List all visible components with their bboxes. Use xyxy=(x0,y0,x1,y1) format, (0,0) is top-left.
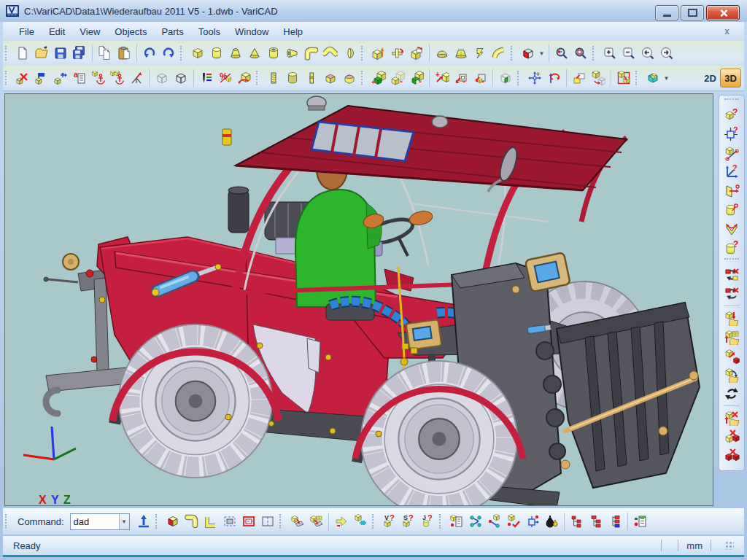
zoom-in-icon[interactable] xyxy=(600,44,619,63)
render-drop-icon[interactable] xyxy=(542,512,561,531)
menu-file[interactable]: File xyxy=(12,25,42,39)
chamfer-icon[interactable] xyxy=(321,69,340,88)
move-3d-icon[interactable]: + xyxy=(525,69,544,88)
command-combobox[interactable]: ▼ xyxy=(70,513,130,530)
anchor-solid-icon[interactable] xyxy=(89,69,108,88)
hollow-cone-icon[interactable] xyxy=(283,44,302,63)
toolbar-grip[interactable] xyxy=(361,71,367,85)
helix-icon[interactable] xyxy=(471,44,489,63)
save-icon[interactable] xyxy=(51,44,70,63)
move-to-model-icon[interactable] xyxy=(722,346,741,365)
move-solid-flag-icon[interactable] xyxy=(32,69,51,88)
snap-mode-icon[interactable] xyxy=(127,69,146,88)
replace-solids-icon[interactable] xyxy=(722,284,741,303)
insert-from-library-icon[interactable] xyxy=(722,308,741,327)
toolbar-grip[interactable] xyxy=(5,514,11,529)
menu-edit[interactable]: Edit xyxy=(42,25,72,39)
combo-dropdown-icon[interactable]: ▼ xyxy=(119,514,129,529)
paste-icon[interactable] xyxy=(115,44,133,63)
locate-point-icon[interactable]: ? xyxy=(722,163,741,182)
toolbar-grip[interactable] xyxy=(724,258,739,263)
view-section-icon[interactable] xyxy=(239,512,258,531)
menu-tools[interactable]: Tools xyxy=(191,25,228,39)
view-next-icon[interactable] xyxy=(657,44,676,63)
query-volume-icon[interactable]: V? xyxy=(380,512,399,531)
color-edit-icon[interactable] xyxy=(197,69,216,88)
remove-solid-icon[interactable]: - xyxy=(452,69,471,88)
rotate-profile-icon[interactable] xyxy=(407,44,426,63)
view-cube-icon[interactable] xyxy=(519,44,538,63)
maximize-button[interactable] xyxy=(681,5,704,20)
thread-icon[interactable] xyxy=(264,69,283,88)
zoom-window-icon[interactable] xyxy=(571,44,590,63)
structure-tree-icon[interactable] xyxy=(587,512,605,531)
paste-from-library-icon[interactable] xyxy=(722,327,741,346)
paste-solid-icon[interactable] xyxy=(614,69,633,88)
fillet-icon[interactable] xyxy=(340,69,359,88)
shell-tool-icon[interactable] xyxy=(643,69,662,88)
assembly-tree-icon[interactable] xyxy=(568,512,587,531)
project-grid-icon[interactable] xyxy=(306,512,325,531)
solid-info-icon[interactable]: ? xyxy=(722,238,741,257)
revolve-solid-icon[interactable] xyxy=(388,44,407,63)
document-close-icon[interactable]: x xyxy=(719,26,735,36)
remove-from-library-icon[interactable] xyxy=(722,408,741,427)
insert-solid-icon[interactable]: + xyxy=(433,69,452,88)
menu-objects[interactable]: Objects xyxy=(107,25,154,39)
boolean-subtract-icon[interactable]: - xyxy=(388,69,407,88)
open-file-icon[interactable] xyxy=(32,44,51,63)
export-view-icon[interactable] xyxy=(332,512,351,531)
copy-to-library-icon[interactable] xyxy=(722,365,741,384)
sweep-pipe-icon[interactable] xyxy=(489,44,508,63)
hierarchy-tree-icon[interactable] xyxy=(605,512,624,531)
zoom-previous-icon[interactable] xyxy=(552,44,571,63)
angle-measure-icon[interactable] xyxy=(722,219,741,238)
half-cylinder-icon[interactable] xyxy=(340,44,359,63)
view-side-icon[interactable] xyxy=(258,512,277,531)
menu-help[interactable]: Help xyxy=(276,25,310,39)
replace-solid-icon[interactable] xyxy=(722,265,741,284)
project-view-icon[interactable] xyxy=(287,512,306,531)
solids-list-icon[interactable] xyxy=(447,512,466,531)
shell-tool-dropdown[interactable]: ▼ xyxy=(662,69,670,88)
menu-window[interactable]: Window xyxy=(228,25,276,39)
move-solid-icon[interactable] xyxy=(51,69,70,88)
check-solids-icon[interactable] xyxy=(504,512,523,531)
toolbar-grip[interactable] xyxy=(511,46,516,61)
toolbar-grip[interactable] xyxy=(517,71,523,85)
toolbar-grip[interactable] xyxy=(724,98,739,104)
delete-solid-icon[interactable] xyxy=(13,69,32,88)
identify-solid-icon[interactable]: ? xyxy=(722,106,741,125)
query-mass-icon[interactable]: J? xyxy=(418,512,437,531)
sphere-segment-icon[interactable] xyxy=(433,44,452,63)
mode-3d-button[interactable]: 3D xyxy=(720,69,741,88)
attributes-icon[interactable]: a xyxy=(70,69,89,88)
boolean-union-icon[interactable]: + xyxy=(369,69,388,88)
view-front-icon[interactable] xyxy=(220,512,239,531)
hollow-cylinder-icon[interactable] xyxy=(264,44,283,63)
toolbar-grip[interactable] xyxy=(256,71,262,85)
menu-parts[interactable]: Parts xyxy=(154,25,190,39)
title-bar[interactable]: C:\VariCAD\Data1\Wiederaufbau 2011 V5 - … xyxy=(0,0,747,22)
pyramid-icon[interactable] xyxy=(452,44,471,63)
execute-command-icon[interactable] xyxy=(134,512,153,531)
cone-solid-icon[interactable] xyxy=(245,44,264,63)
link-edges-icon[interactable] xyxy=(466,512,485,531)
copy-transform-icon[interactable] xyxy=(570,69,589,88)
angle-solid-icon[interactable] xyxy=(201,512,220,531)
parts-list-icon[interactable] xyxy=(631,512,650,531)
undo-icon[interactable] xyxy=(140,44,159,63)
menu-view[interactable]: View xyxy=(72,25,107,39)
toolbar-grip[interactable] xyxy=(155,514,161,529)
zoom-out-icon[interactable] xyxy=(619,44,638,63)
anchor-solids-icon[interactable] xyxy=(108,69,127,88)
copy-icon[interactable] xyxy=(96,44,115,63)
extrude-solid-icon[interactable] xyxy=(369,44,388,63)
elbow-solid-icon[interactable] xyxy=(182,512,201,531)
view-cube-dropdown[interactable]: ▼ xyxy=(538,44,546,63)
cone-frustum-icon[interactable] xyxy=(226,44,245,63)
toolbar-grip[interactable] xyxy=(439,514,445,529)
elbow-pipe-icon[interactable] xyxy=(302,44,321,63)
save-all-icon[interactable] xyxy=(70,44,89,63)
axon-view-icon[interactable] xyxy=(163,512,182,531)
